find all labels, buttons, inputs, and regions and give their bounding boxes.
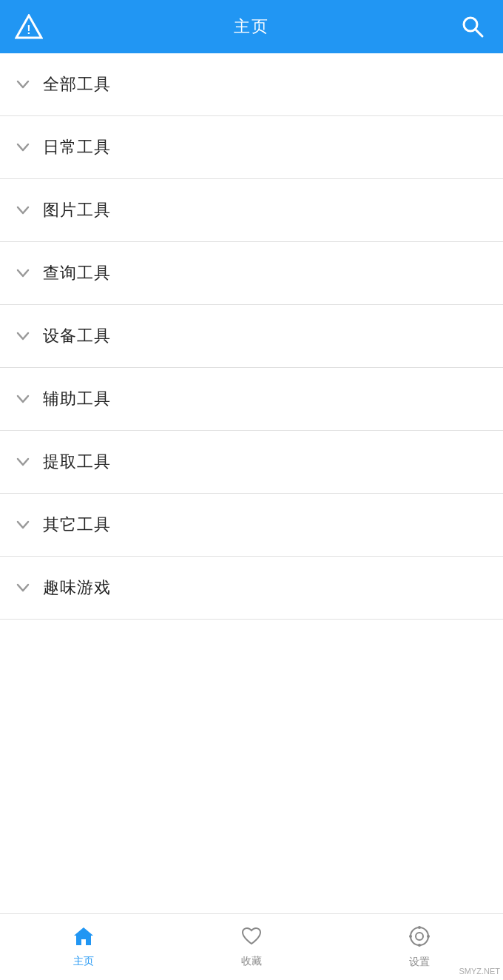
menu-item-fun-games[interactable]: 趣味游戏: [0, 557, 503, 620]
menu-item-device-tools[interactable]: 设备工具: [0, 305, 503, 368]
menu-item-image-tools[interactable]: 图片工具: [0, 179, 503, 242]
svg-text:!: !: [27, 24, 30, 36]
heart-icon: [240, 926, 263, 952]
nav-favorites-label: 收藏: [241, 955, 262, 968]
main-content: 全部工具 日常工具 图片工具 查询工具: [0, 53, 503, 686]
chevron-down-icon: [15, 139, 31, 155]
header-right: [457, 11, 488, 42]
warning-icon[interactable]: !: [15, 14, 43, 39]
nav-settings-label: 设置: [409, 956, 430, 969]
chevron-down-icon: [15, 328, 31, 344]
svg-line-2: [476, 30, 482, 36]
nav-item-home[interactable]: 主页: [0, 914, 168, 980]
bottom-nav: 主页 收藏 设置: [0, 913, 503, 980]
menu-item-all-tools[interactable]: 全部工具: [0, 53, 503, 116]
menu-item-daily-tools[interactable]: 日常工具: [0, 116, 503, 179]
chevron-down-icon: [15, 76, 31, 93]
svg-point-6: [418, 944, 421, 947]
svg-point-4: [411, 927, 428, 945]
settings-icon: [408, 925, 431, 953]
menu-item-assist-tools[interactable]: 辅助工具: [0, 368, 503, 431]
menu-item-label: 趣味游戏: [43, 577, 111, 599]
menu-item-label: 辅助工具: [43, 388, 111, 410]
menu-item-label: 提取工具: [43, 451, 111, 473]
menu-list: 全部工具 日常工具 图片工具 查询工具: [0, 53, 503, 620]
nav-item-favorites[interactable]: 收藏: [168, 914, 336, 980]
chevron-down-icon: [15, 391, 31, 407]
chevron-down-icon: [15, 580, 31, 596]
page-title: 主页: [234, 16, 269, 38]
app-header: ! 主页: [0, 0, 503, 53]
menu-item-label: 日常工具: [43, 136, 111, 158]
menu-item-query-tools[interactable]: 查询工具: [0, 242, 503, 305]
search-button[interactable]: [457, 11, 488, 42]
menu-item-label: 图片工具: [43, 199, 111, 221]
chevron-down-icon: [15, 454, 31, 470]
chevron-down-icon: [15, 265, 31, 281]
menu-item-label: 查询工具: [43, 262, 111, 284]
nav-home-label: 主页: [73, 955, 94, 968]
svg-point-5: [418, 926, 421, 929]
svg-point-7: [409, 935, 412, 938]
svg-point-8: [427, 935, 430, 938]
chevron-down-icon: [15, 202, 31, 218]
header-left: !: [15, 14, 43, 39]
chevron-down-icon: [15, 517, 31, 533]
menu-item-other-tools[interactable]: 其它工具: [0, 494, 503, 557]
home-icon: [72, 926, 95, 952]
menu-item-label: 全部工具: [43, 73, 111, 95]
menu-item-label: 设备工具: [43, 325, 111, 347]
watermark: SMYZ.NET: [459, 967, 500, 976]
svg-point-3: [416, 933, 423, 940]
menu-item-label: 其它工具: [43, 514, 111, 536]
search-icon: [460, 14, 485, 39]
menu-item-extract-tools[interactable]: 提取工具: [0, 431, 503, 494]
